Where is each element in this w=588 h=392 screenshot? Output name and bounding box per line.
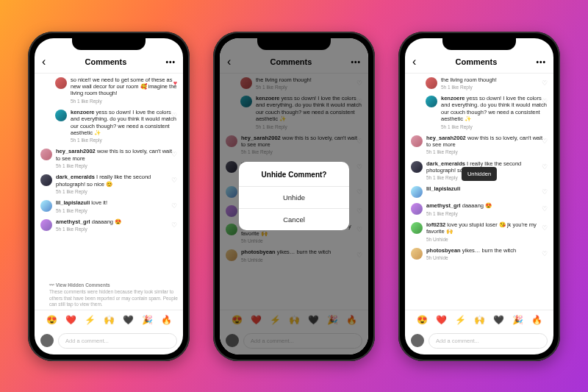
more-icon[interactable]: ••• (165, 58, 176, 66)
comment-meta[interactable]: 5h 1 like Reply (441, 124, 548, 130)
comments-header: ‹ Comments ••• (405, 51, 553, 74)
avatar[interactable] (411, 222, 423, 234)
comment-row[interactable]: kenzoere yess so down! I love the colors… (40, 109, 177, 144)
comment-input[interactable]: Add a comment... (58, 333, 177, 349)
emoji-shortcut[interactable]: 🙌 (104, 315, 115, 325)
avatar[interactable] (411, 248, 423, 260)
back-icon[interactable]: ‹ (412, 56, 416, 68)
heart-icon[interactable]: ♡ (171, 221, 177, 229)
username[interactable]: hey_sarah2002 (56, 148, 96, 154)
emoji-shortcut[interactable]: ⚡ (85, 315, 96, 325)
avatar[interactable] (40, 174, 52, 186)
comment-meta[interactable]: 5h 1 like Reply (56, 208, 177, 214)
username[interactable]: lofti232 (426, 221, 445, 228)
comment-meta[interactable]: 5h 1 like Reply (426, 149, 548, 155)
page-title: Comments (455, 57, 497, 66)
username[interactable]: amethyst_grl (56, 218, 90, 225)
comments-feed[interactable]: so nice!! we need to get some of these a… (35, 74, 183, 279)
heart-icon[interactable]: ♡ (542, 250, 548, 257)
comments-feed[interactable]: the living room though! 5h 1 like Reply … (405, 74, 553, 310)
heart-icon[interactable]: ♡ (542, 138, 548, 145)
emoji-shortcut[interactable]: 🔥 (161, 315, 172, 325)
username[interactable]: dark_emeralds (426, 160, 465, 167)
heart-icon[interactable]: ♡ (171, 177, 177, 184)
comment-meta[interactable]: 5h 1 like Reply (71, 99, 177, 104)
more-icon[interactable]: ••• (536, 58, 546, 66)
comment-row[interactable]: lil_lapislazuli ♡ (411, 185, 548, 198)
comment-row[interactable]: so nice!! we need to get some of these a… (40, 76, 177, 104)
username[interactable]: photosbyean (426, 247, 461, 254)
avatar[interactable] (426, 96, 437, 107)
comment-meta[interactable]: 5h 1 like Reply (56, 189, 177, 195)
avatar[interactable] (426, 77, 437, 89)
avatar[interactable] (411, 161, 423, 173)
username[interactable]: lil_lapislazuli (426, 185, 460, 192)
comment-row[interactable]: photosbyean yikes… burn the witch 5h Unh… (411, 247, 548, 262)
avatar[interactable] (40, 149, 52, 160)
back-icon[interactable]: ‹ (42, 56, 46, 68)
username[interactable]: kenzoere (71, 109, 95, 115)
dialog-title: Unhide Comment? (239, 162, 349, 186)
comment-row[interactable]: hey_sarah2002 wow this is so lovely, can… (411, 135, 548, 156)
comment-row[interactable]: amethyst_grl daaaang 😍 5h 1 like Reply ♡ (40, 218, 177, 233)
comment-meta[interactable]: 5h 1 like Reply (56, 227, 177, 232)
heart-icon[interactable]: ♡ (171, 202, 177, 210)
comment-meta[interactable]: 5h Unhide (426, 237, 548, 243)
heart-icon[interactable]: ♡ (542, 224, 548, 232)
avatar[interactable] (411, 186, 423, 198)
avatar[interactable] (40, 200, 52, 212)
emoji-shortcut[interactable]: 🎉 (512, 315, 523, 325)
unhide-button[interactable]: Unhide (239, 186, 349, 208)
avatar[interactable] (55, 77, 67, 89)
comment-row[interactable]: kenzoere yess so down! I love the colors… (411, 95, 548, 130)
heart-icon[interactable]: ♡ (171, 112, 177, 119)
avatar[interactable] (411, 203, 423, 215)
comment-meta[interactable]: 5h 1 like Reply (426, 211, 548, 217)
avatar[interactable] (411, 135, 423, 147)
dialog-overlay[interactable]: Unhide Comment? Unhide Cancel (220, 38, 368, 354)
comment-row[interactable]: hey_sarah2002 wow this is so lovely, can… (40, 148, 177, 169)
hidden-comments-notice[interactable]: 〰 View Hidden Comments These comments we… (35, 279, 183, 310)
comment-text: the living room though! (441, 76, 497, 83)
emoji-shortcut[interactable]: 🖤 (493, 315, 504, 325)
emoji-shortcut[interactable]: 🙌 (474, 315, 485, 325)
heart-icon[interactable]: ♡ (542, 79, 548, 87)
heart-icon[interactable]: ♥ (173, 79, 177, 87)
emoji-shortcut[interactable]: 🖤 (123, 315, 134, 325)
emoji-shortcut[interactable]: 😍 (417, 315, 428, 325)
comment-row[interactable]: dark_emeralds I really like the second p… (40, 174, 177, 195)
avatar[interactable] (40, 219, 52, 231)
comment-row[interactable]: amethyst_grl daaaang 😍 5h 1 like Reply ♡ (411, 202, 548, 217)
heart-icon[interactable]: ♡ (171, 151, 177, 158)
heart-icon[interactable]: ♡ (542, 163, 548, 171)
comment-meta[interactable]: 5h 1 like Reply (71, 138, 177, 143)
comment-input[interactable]: Add a comment... (429, 333, 548, 349)
comment-meta[interactable]: 5h 1 like Reply (441, 85, 548, 90)
comment-meta[interactable]: 5h Unhide (426, 255, 548, 261)
username[interactable]: dark_emeralds (56, 174, 95, 180)
username[interactable]: kenzoere (441, 95, 465, 101)
comment-meta[interactable]: 5h 1 like Reply (56, 163, 177, 169)
emoji-shortcut[interactable]: 😍 (46, 315, 57, 325)
avatar[interactable] (55, 110, 67, 121)
comment-text: daaaang 😍 (90, 218, 121, 225)
username[interactable]: hey_sarah2002 (426, 135, 466, 141)
cancel-button[interactable]: Cancel (239, 208, 349, 230)
username[interactable]: amethyst_grl (426, 202, 461, 209)
comment-row[interactable]: lofti232 love you stupid loser 😘 jk you'… (411, 221, 548, 243)
emoji-shortcut[interactable]: ⚡ (455, 315, 466, 325)
emoji-shortcut[interactable]: 🎉 (142, 315, 153, 325)
comment-text: yikes… burn the witch (461, 247, 516, 254)
emoji-shortcut[interactable]: ❤️ (65, 315, 76, 325)
comment-row[interactable]: the living room though! 5h 1 like Reply … (411, 76, 548, 91)
emoji-quickbar[interactable]: 😍❤️⚡🙌🖤🎉🔥 (35, 310, 183, 329)
emoji-quickbar[interactable]: 😍❤️⚡🙌🖤🎉🔥 (405, 310, 553, 329)
comment-row[interactable]: lil_lapislazuli love it! 5h 1 like Reply… (40, 199, 177, 214)
heart-icon[interactable]: ♡ (542, 205, 548, 213)
emoji-shortcut[interactable]: 🔥 (531, 315, 542, 325)
username[interactable]: lil_lapislazuli (56, 199, 90, 206)
heart-icon[interactable]: ♡ (542, 188, 548, 196)
heart-icon[interactable]: ♡ (542, 98, 548, 105)
emoji-shortcut[interactable]: ❤️ (436, 315, 447, 325)
screen: ‹ Comments ••• so nice!! we need to get … (35, 38, 183, 354)
